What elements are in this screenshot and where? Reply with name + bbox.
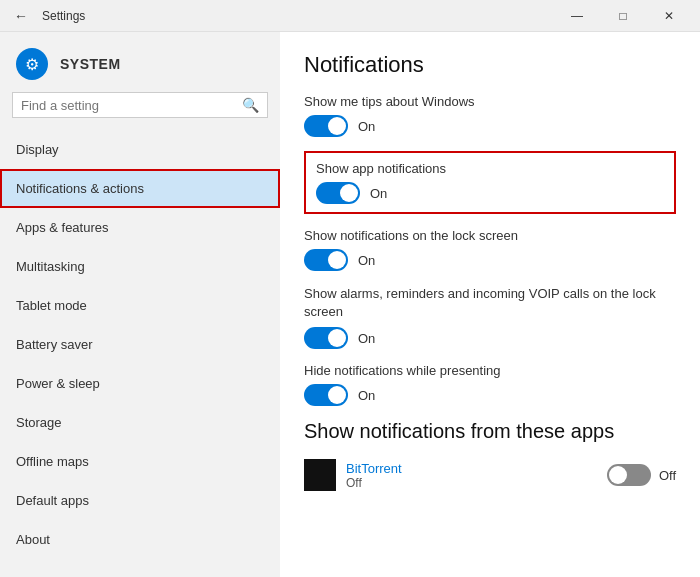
setting-tips: Show me tips about WindowsOn: [304, 94, 676, 137]
sidebar: ⚙ SYSTEM 🔍 DisplayNotifications & action…: [0, 32, 280, 577]
search-box[interactable]: 🔍: [12, 92, 268, 118]
settings-list: Show me tips about WindowsOnShow app not…: [304, 94, 676, 406]
sidebar-item-apps[interactable]: Apps & features: [0, 208, 280, 247]
sidebar-item-multitasking[interactable]: Multitasking: [0, 247, 280, 286]
setting-presenting-row: On: [304, 384, 676, 406]
sidebar-item-battery[interactable]: Battery saver: [0, 325, 280, 364]
content-area: Notifications Show me tips about Windows…: [280, 32, 700, 577]
app-details-bittorrent: BitTorrentOff: [346, 461, 402, 490]
toggle-lock-screen-label: On: [358, 253, 375, 268]
toggle-tips[interactable]: [304, 115, 348, 137]
back-button[interactable]: ←: [8, 6, 34, 26]
window-controls: — □ ✕: [554, 0, 692, 32]
setting-app-notifications-box: Show app notificationsOn: [304, 151, 676, 214]
setting-presenting: Hide notifications while presentingOn: [304, 363, 676, 406]
app-info-bittorrent: BitTorrentOff: [304, 459, 402, 491]
titlebar-title: Settings: [42, 9, 85, 23]
toggle-alarms-label: On: [358, 331, 375, 346]
setting-app-notifications-label: Show app notifications: [316, 161, 664, 176]
main-title: Notifications: [304, 52, 676, 78]
app-toggle-row-bittorrent: Off: [607, 464, 676, 486]
sidebar-item-display[interactable]: Display: [0, 130, 280, 169]
setting-lock-screen-row: On: [304, 249, 676, 271]
system-icon: ⚙: [16, 48, 48, 80]
app-icon-bittorrent: [304, 459, 336, 491]
sidebar-item-power[interactable]: Power & sleep: [0, 364, 280, 403]
setting-alarms-row: On: [304, 327, 676, 349]
app-row-bittorrent: BitTorrentOffOff: [304, 455, 676, 495]
setting-tips-row: On: [304, 115, 676, 137]
titlebar-left: ← Settings: [8, 6, 85, 26]
app-name-bittorrent: BitTorrent: [346, 461, 402, 476]
toggle-alarms[interactable]: [304, 327, 348, 349]
toggle-app-notifications-label: On: [370, 186, 387, 201]
titlebar: ← Settings — □ ✕: [0, 0, 700, 32]
sidebar-item-tablet[interactable]: Tablet mode: [0, 286, 280, 325]
setting-presenting-label: Hide notifications while presenting: [304, 363, 676, 378]
sidebar-title: SYSTEM: [60, 56, 121, 72]
toggle-app-notifications[interactable]: [316, 182, 360, 204]
sidebar-item-notifications[interactable]: Notifications & actions: [0, 169, 280, 208]
sidebar-item-about[interactable]: About: [0, 520, 280, 559]
sidebar-header: ⚙ SYSTEM: [0, 32, 280, 92]
toggle-tips-label: On: [358, 119, 375, 134]
toggle-lock-screen[interactable]: [304, 249, 348, 271]
setting-lock-screen-label: Show notifications on the lock screen: [304, 228, 676, 243]
toggle-presenting[interactable]: [304, 384, 348, 406]
maximize-button[interactable]: □: [600, 0, 646, 32]
search-icon: 🔍: [242, 97, 259, 113]
apps-section-title: Show notifications from these apps: [304, 420, 676, 443]
apps-list: BitTorrentOffOff: [304, 455, 676, 495]
close-button[interactable]: ✕: [646, 0, 692, 32]
setting-lock-screen: Show notifications on the lock screenOn: [304, 228, 676, 271]
setting-alarms-label: Show alarms, reminders and incoming VOIP…: [304, 285, 676, 321]
sidebar-item-offline[interactable]: Offline maps: [0, 442, 280, 481]
nav-items: DisplayNotifications & actionsApps & fea…: [0, 130, 280, 577]
setting-app-notifications-row: On: [316, 182, 664, 204]
setting-tips-label: Show me tips about Windows: [304, 94, 676, 109]
search-input[interactable]: [21, 98, 242, 113]
minimize-button[interactable]: —: [554, 0, 600, 32]
sidebar-item-storage[interactable]: Storage: [0, 403, 280, 442]
app-status-bittorrent: Off: [346, 476, 402, 490]
main-layout: ⚙ SYSTEM 🔍 DisplayNotifications & action…: [0, 32, 700, 577]
setting-alarms: Show alarms, reminders and incoming VOIP…: [304, 285, 676, 349]
app-toggle-label-bittorrent: Off: [659, 468, 676, 483]
sidebar-item-default[interactable]: Default apps: [0, 481, 280, 520]
toggle-presenting-label: On: [358, 388, 375, 403]
app-toggle-bittorrent[interactable]: [607, 464, 651, 486]
